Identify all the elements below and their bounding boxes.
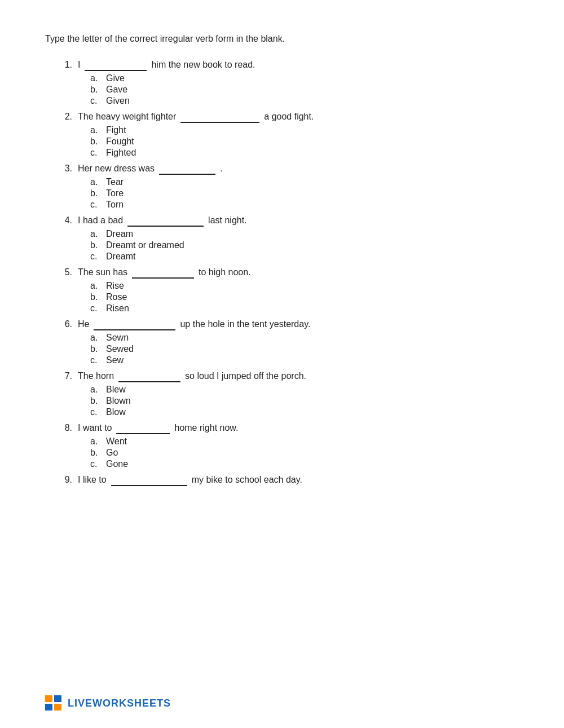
logo-cell-3: [45, 704, 52, 711]
option-item: a.Dream: [90, 229, 519, 239]
question-before: The heavy weight fighter: [78, 112, 176, 122]
option-item: a.Give: [90, 73, 519, 83]
option-letter: b.: [90, 136, 102, 147]
option-item: b.Tore: [90, 188, 519, 198]
option-item: a.Blew: [90, 385, 519, 395]
question-blank[interactable]: [159, 164, 215, 175]
option-text: Rise: [106, 281, 124, 291]
option-item: c.Fighted: [90, 148, 519, 158]
question-number: 2.: [56, 112, 72, 122]
option-text: Dreamt: [106, 252, 135, 262]
option-text: Rose: [106, 292, 127, 302]
option-item: a.Sewn: [90, 333, 519, 343]
question-item: 8.I want to home right now.a.Wentb.Goc.G…: [56, 423, 519, 469]
question-blank[interactable]: [118, 371, 180, 382]
option-letter: c.: [90, 407, 102, 417]
questions-list: 1.I him the new book to read.a.Giveb.Gav…: [56, 60, 519, 486]
option-letter: b.: [90, 240, 102, 250]
question-text: 3.Her new dress was .: [56, 164, 519, 175]
question-after: a good fight.: [264, 112, 314, 122]
option-letter: b.: [90, 188, 102, 198]
option-text: Went: [106, 436, 127, 447]
question-blank[interactable]: [132, 267, 194, 279]
option-text: Blown: [106, 396, 131, 406]
question-text: 6.He up the hole in the tent yesterday.: [56, 319, 519, 330]
question-number: 5.: [56, 267, 72, 277]
option-text: Dream: [106, 229, 133, 239]
options-list: a.Blewb.Blownc.Blow: [90, 385, 519, 417]
question-number: 7.: [56, 371, 72, 381]
question-number: 1.: [56, 60, 72, 70]
option-item: a.Fight: [90, 125, 519, 135]
option-letter: a.: [90, 177, 102, 187]
question-before: The sun has: [78, 267, 127, 277]
option-text: Gone: [106, 459, 128, 469]
option-text: Fight: [106, 125, 126, 135]
question-item: 7.The horn so loud I jumped off the porc…: [56, 371, 519, 417]
question-item: 5.The sun has to high noon.a.Riseb.Rosec…: [56, 267, 519, 314]
question-before: I had a bad: [78, 215, 123, 226]
option-text: Go: [106, 448, 118, 458]
question-after: my bike to school each day.: [192, 475, 302, 485]
option-item: c.Blow: [90, 407, 519, 417]
option-item: c.Dreamt: [90, 252, 519, 262]
option-item: a.Went: [90, 436, 519, 447]
question-number: 3.: [56, 164, 72, 174]
question-text: 7.The horn so loud I jumped off the porc…: [56, 371, 519, 382]
option-text: Blow: [106, 407, 126, 417]
question-item: 6.He up the hole in the tent yesterday.a…: [56, 319, 519, 365]
logo-cell-4: [54, 704, 61, 711]
question-text: 9.I like to my bike to school each day.: [56, 475, 519, 486]
option-item: b.Blown: [90, 396, 519, 406]
option-item: b.Gave: [90, 85, 519, 95]
question-blank[interactable]: [116, 423, 170, 434]
option-item: a.Rise: [90, 281, 519, 291]
option-item: b.Sewed: [90, 344, 519, 354]
options-list: a.Wentb.Goc.Gone: [90, 436, 519, 469]
question-text: 1.I him the new book to read.: [56, 60, 519, 71]
options-list: a.Fightb.Foughtc.Fighted: [90, 125, 519, 158]
question-blank[interactable]: [127, 215, 204, 227]
option-text: Gave: [106, 85, 127, 95]
options-list: a.Tearb.Torec.Torn: [90, 177, 519, 210]
option-letter: a.: [90, 333, 102, 343]
question-after: last night.: [208, 215, 246, 226]
option-item: c.Sew: [90, 355, 519, 365]
option-text: Torn: [106, 200, 124, 210]
question-number: 9.: [56, 475, 72, 485]
option-text: Dreamt or dreamed: [106, 240, 184, 250]
question-before: Her new dress was: [78, 164, 155, 174]
question-blank[interactable]: [111, 475, 187, 486]
question-before: He: [78, 319, 89, 329]
option-text: Risen: [106, 303, 129, 314]
option-letter: a.: [90, 229, 102, 239]
option-letter: b.: [90, 396, 102, 406]
option-text: Tear: [106, 177, 124, 187]
question-after: so loud I jumped off the porch.: [185, 371, 306, 381]
question-blank[interactable]: [85, 60, 147, 71]
option-text: Tore: [106, 188, 124, 198]
options-list: a.Dreamb.Dreamt or dreamedc.Dreamt: [90, 229, 519, 262]
question-blank[interactable]: [94, 319, 175, 330]
option-letter: a.: [90, 125, 102, 135]
question-after: to high noon.: [199, 267, 251, 277]
logo-icon: [45, 695, 63, 711]
question-before: I want to: [78, 423, 112, 433]
question-before: The horn: [78, 371, 114, 381]
question-text: 8.I want to home right now.: [56, 423, 519, 434]
options-list: a.Riseb.Rosec.Risen: [90, 281, 519, 314]
option-text: Given: [106, 96, 130, 106]
question-after: .: [220, 164, 222, 174]
option-item: c.Gone: [90, 459, 519, 469]
question-blank[interactable]: [180, 112, 259, 123]
question-number: 6.: [56, 319, 72, 329]
option-letter: b.: [90, 448, 102, 458]
option-letter: c.: [90, 303, 102, 314]
question-item: 9.I like to my bike to school each day.: [56, 475, 519, 486]
option-letter: a.: [90, 73, 102, 83]
option-text: Sew: [106, 355, 124, 365]
option-letter: c.: [90, 355, 102, 365]
option-letter: c.: [90, 200, 102, 210]
question-after: up the hole in the tent yesterday.: [180, 319, 310, 329]
question-after: home right now.: [174, 423, 238, 433]
